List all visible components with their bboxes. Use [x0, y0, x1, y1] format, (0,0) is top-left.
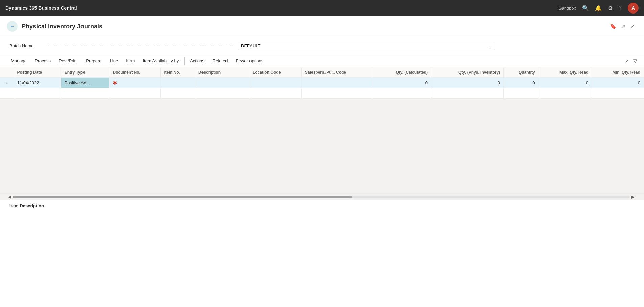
table-empty-row[interactable]: [0, 88, 644, 99]
required-star-icon: ✱: [113, 80, 117, 86]
batch-input-wrap: ...: [238, 42, 495, 50]
cell-min-qty-read[interactable]: 0: [592, 78, 644, 88]
batch-name-input[interactable]: [241, 43, 488, 48]
app-brand: Dynamics 365 Business Central: [5, 5, 559, 11]
col-posting-date: Posting Date: [14, 67, 61, 78]
col-min-qty-read: Min. Qty. Read: [592, 67, 644, 78]
empty-cell-qty-calc[interactable]: [373, 88, 431, 99]
col-qty-calculated: Qty. (Calculated): [373, 67, 431, 78]
toolbar-actions[interactable]: Actions: [186, 56, 209, 66]
filter-icon[interactable]: ▽: [633, 58, 637, 64]
toolbar-line[interactable]: Line: [106, 56, 122, 66]
cell-document-no[interactable]: ✱: [109, 78, 161, 88]
table-header-row: Posting Date Entry Type Document No. Ite…: [0, 67, 644, 78]
back-button[interactable]: ←: [7, 21, 18, 32]
col-max-qty-read: Max. Qty. Read: [539, 67, 592, 78]
empty-cell-salesperson-code[interactable]: [301, 88, 373, 99]
notification-icon[interactable]: 🔔: [595, 5, 602, 11]
batch-section: Batch Name ...: [0, 35, 644, 55]
toolbar-postprint[interactable]: Post/Print: [55, 56, 82, 66]
empty-cell-description[interactable]: [195, 88, 249, 99]
toolbar-item-availability[interactable]: Item Availability by: [139, 56, 183, 66]
cell-description[interactable]: [195, 78, 249, 88]
empty-cell-arrow: [0, 88, 14, 99]
scroll-left-icon[interactable]: ◀: [7, 194, 13, 199]
open-external-icon[interactable]: ↗: [621, 23, 625, 29]
empty-cell-qty-phys[interactable]: [431, 88, 503, 99]
cell-entry-type[interactable]: Positive Ad...: [61, 78, 109, 88]
empty-cell-min-qty[interactable]: [592, 88, 644, 99]
col-arrow: [0, 67, 14, 78]
journal-table: Posting Date Entry Type Document No. Ite…: [0, 67, 644, 99]
cell-location-code[interactable]: [249, 78, 302, 88]
batch-name-label: Batch Name: [9, 43, 43, 48]
user-avatar[interactable]: A: [628, 3, 639, 14]
page-container: ← Physical Inventory Journals 🔖 ↗ ⤢ Batc…: [0, 16, 644, 307]
col-item-no: Item No.: [161, 67, 195, 78]
col-entry-type: Entry Type: [61, 67, 109, 78]
toolbar-fewer-options[interactable]: Fewer options: [232, 56, 268, 66]
col-salesperson-code: Salespers./Pu... Code: [301, 67, 373, 78]
col-quantity: Quantity: [504, 67, 539, 78]
empty-cell-max-qty[interactable]: [539, 88, 592, 99]
empty-cell-entry-type[interactable]: [61, 88, 109, 99]
toolbar-process[interactable]: Process: [31, 56, 55, 66]
row-arrow-icon: →: [3, 80, 8, 85]
cell-item-no[interactable]: [161, 78, 195, 88]
empty-content-area: [0, 99, 644, 193]
help-icon[interactable]: ?: [619, 5, 622, 11]
settings-icon[interactable]: ⚙: [608, 5, 613, 11]
page-title: Physical Inventory Journals: [22, 23, 610, 30]
page-footer: Item Description: [0, 200, 644, 212]
col-qty-phys-inventory: Qty. (Phys. Inventory): [431, 67, 503, 78]
col-location-code: Location Code: [249, 67, 302, 78]
cell-qty-calculated[interactable]: 0: [373, 78, 431, 88]
empty-cell-item-no[interactable]: [161, 88, 195, 99]
search-icon[interactable]: 🔍: [582, 5, 589, 11]
bookmark-icon[interactable]: 🔖: [610, 23, 616, 29]
toolbar-manage[interactable]: Manage: [7, 56, 31, 66]
batch-ellipsis-button[interactable]: ...: [488, 43, 492, 48]
page-header-icons: 🔖 ↗ ⤢: [610, 23, 635, 29]
top-navigation-bar: Dynamics 365 Business Central Sandbox 🔍 …: [0, 0, 644, 16]
cell-qty-phys-inventory[interactable]: 0: [431, 78, 503, 88]
scroll-right-icon[interactable]: ▶: [630, 194, 636, 199]
sandbox-label: Sandbox: [559, 6, 576, 11]
col-description: Description: [195, 67, 249, 78]
empty-cell-document-no[interactable]: [109, 88, 161, 99]
toolbar-item[interactable]: Item: [122, 56, 139, 66]
cell-posting-date[interactable]: 11/04/2022: [14, 78, 61, 88]
open-in-excel-icon[interactable]: ↗: [625, 58, 629, 64]
batch-row: Batch Name ...: [9, 42, 635, 50]
toolbar-separator: [184, 57, 185, 65]
batch-dots-separator: [46, 46, 235, 46]
top-bar-right: Sandbox 🔍 🔔 ⚙ ? A: [559, 3, 639, 14]
cell-arrow: →: [0, 78, 14, 88]
empty-cell-posting-date[interactable]: [14, 88, 61, 99]
scrollbar-thumb[interactable]: [13, 196, 352, 198]
toolbar: Manage Process Post/Print Prepare Line I…: [0, 55, 644, 67]
scrollbar-track[interactable]: [13, 196, 630, 198]
page-header: ← Physical Inventory Journals 🔖 ↗ ⤢: [0, 16, 644, 35]
col-document-no: Document No.: [109, 67, 161, 78]
cell-salesperson-code[interactable]: [301, 78, 373, 88]
expand-icon[interactable]: ⤢: [630, 23, 635, 29]
table-row[interactable]: → 11/04/2022 Positive Ad... ✱ 0 0 0 0 0: [0, 78, 644, 88]
toolbar-related[interactable]: Related: [209, 56, 232, 66]
cell-quantity[interactable]: 0: [504, 78, 539, 88]
empty-cell-quantity[interactable]: [504, 88, 539, 99]
table-wrap: Posting Date Entry Type Document No. Ite…: [0, 67, 644, 99]
empty-cell-location-code[interactable]: [249, 88, 302, 99]
toolbar-right-actions: ↗ ▽: [625, 58, 637, 64]
cell-max-qty-read[interactable]: 0: [539, 78, 592, 88]
item-description-label: Item Description: [9, 203, 44, 208]
toolbar-prepare[interactable]: Prepare: [82, 56, 105, 66]
horizontal-scrollbar-area: ◀ ▶: [0, 193, 644, 200]
